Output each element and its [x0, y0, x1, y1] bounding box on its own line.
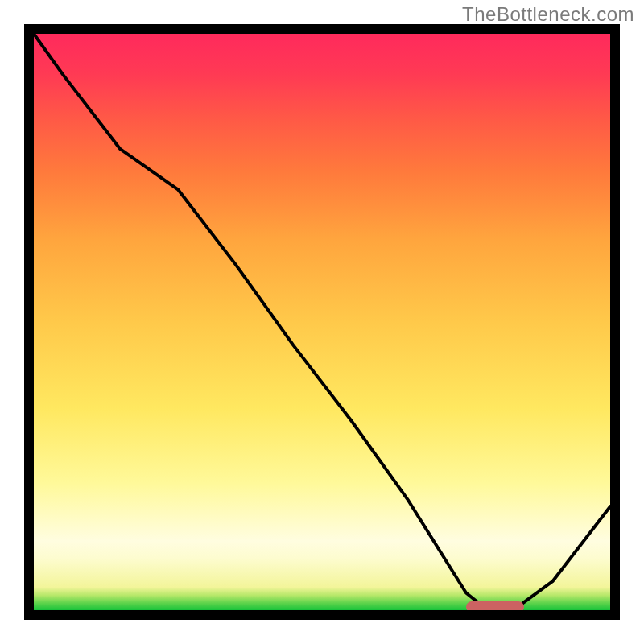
plot-area	[34, 34, 610, 610]
plot-axes	[24, 24, 620, 620]
watermark-text: TheBottleneck.com	[462, 3, 634, 26]
chart-frame: TheBottleneck.com	[0, 0, 644, 644]
bottleneck-curve	[34, 34, 610, 610]
optimal-range-marker	[466, 601, 524, 610]
